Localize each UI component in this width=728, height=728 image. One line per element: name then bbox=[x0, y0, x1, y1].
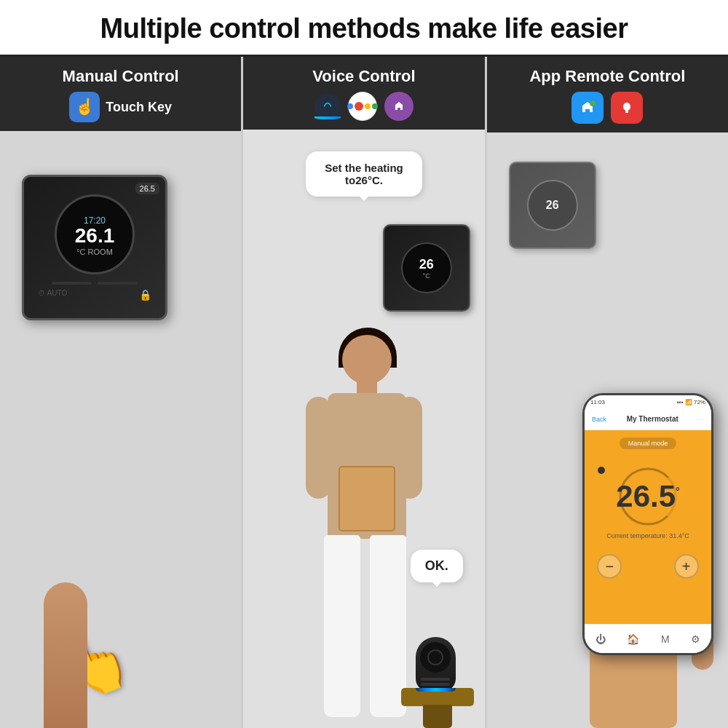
speaker-dome bbox=[427, 649, 443, 665]
phone-temp-display: 26.5 ° Current temperature: 31.4°C bbox=[606, 464, 689, 539]
touch-strips bbox=[52, 282, 138, 285]
thermostat-unit: °C ROOM bbox=[76, 248, 113, 256]
thermostat-bg-device: 26 bbox=[509, 162, 596, 249]
app-control-column: App Remote Control bbox=[487, 57, 728, 728]
finger-arm bbox=[44, 582, 87, 728]
speech-bubble-heating: Set the heating to26°C. bbox=[306, 151, 422, 197]
app-icons-row bbox=[571, 92, 643, 124]
app-body: 26 bbox=[487, 132, 728, 728]
app-header: App Remote Control bbox=[487, 57, 728, 132]
speaker-ring-2 bbox=[421, 683, 450, 686]
touch-icon-box: ☝ bbox=[69, 92, 100, 122]
plus-label: + bbox=[682, 558, 691, 575]
voice-body: Set the heating to26°C. 26 °C bbox=[243, 130, 484, 728]
google-assistant-icon bbox=[348, 92, 377, 121]
bottom-icons-row: ⏱ AUTO 🔒 bbox=[38, 289, 151, 301]
phone-back-btn[interactable]: Back bbox=[592, 416, 606, 423]
voice-thermostat-temp: 26 bbox=[419, 257, 434, 272]
smartlife-app-icon bbox=[571, 92, 604, 124]
phone-nav-spacer: ··· bbox=[698, 416, 704, 423]
homekit-icon bbox=[384, 92, 414, 121]
bg-thermostat-temp: 26 bbox=[546, 199, 559, 212]
speech-text: Set the heating to26°C. bbox=[325, 162, 403, 186]
header: Multiple control methods make life easie… bbox=[0, 0, 728, 57]
svg-point-0 bbox=[322, 100, 333, 112]
strip-1 bbox=[52, 282, 92, 285]
phone-status-bar: 11:03 ▪▪▪ 📶 72% bbox=[585, 395, 711, 408]
manual-body: 26.5 17:20 26.1 °C ROOM ⏱ AUTO 🔒 bbox=[0, 131, 241, 728]
smartlife-svg bbox=[578, 98, 597, 117]
homekit-svg bbox=[391, 98, 407, 114]
phone-plus-btn[interactable]: + bbox=[674, 554, 699, 579]
gdot-yellow bbox=[365, 103, 371, 109]
bg-thermostat-screen: 26 bbox=[527, 180, 578, 231]
alexa-ring-glow bbox=[416, 688, 456, 692]
ok-text: OK. bbox=[425, 558, 448, 573]
columns-container: Manual Control ☝ Touch Key 26.5 17:20 26… bbox=[0, 57, 728, 728]
phone-temp-controls: − + bbox=[597, 554, 698, 579]
auto-label: ⏱ AUTO bbox=[38, 289, 67, 301]
phone-mockup[interactable]: 11:03 ▪▪▪ 📶 72% Back My Thermostat ··· bbox=[582, 393, 713, 655]
manual-control-column: Manual Control ☝ Touch Key 26.5 17:20 26… bbox=[0, 57, 243, 728]
thermostat-mini-temp: 26.5 bbox=[135, 183, 159, 194]
page-title: Multiple control methods make life easie… bbox=[100, 13, 628, 44]
person-box bbox=[339, 466, 395, 531]
touch-icon: ☝ bbox=[75, 98, 95, 116]
phone-content: Manual mode bbox=[585, 430, 711, 624]
phone-nav-bar: Back My Thermostat ··· bbox=[585, 408, 711, 430]
manual-title: Manual Control bbox=[63, 67, 179, 86]
google-dots bbox=[347, 102, 378, 111]
person-torso bbox=[328, 393, 406, 539]
thermostat-device: 26.5 17:20 26.1 °C ROOM ⏱ AUTO 🔒 bbox=[22, 175, 167, 320]
phone-current-temp: Current temperature: 31.4°C bbox=[606, 532, 689, 539]
phone-nav-mode[interactable]: M bbox=[661, 633, 670, 645]
phone-nav-power[interactable]: ⏻ bbox=[596, 633, 606, 645]
person-head bbox=[342, 335, 392, 384]
phone-time: 11:03 bbox=[590, 399, 605, 405]
minus-label: − bbox=[606, 558, 614, 575]
person-figure bbox=[298, 277, 430, 728]
gdot-green bbox=[372, 103, 378, 109]
phone-nav-home[interactable]: 🏠 bbox=[627, 633, 639, 645]
speech-bubble-ok: OK. bbox=[411, 550, 463, 582]
phone-bottom-nav: ⏻ 🏠 M ⚙ bbox=[585, 624, 711, 653]
thermostat-temp: 26.1 bbox=[75, 226, 115, 246]
gdot-red bbox=[355, 102, 363, 111]
voice-icons-row bbox=[314, 92, 414, 121]
speaker-top bbox=[420, 642, 451, 673]
phone-nav-settings[interactable]: ⚙ bbox=[691, 633, 700, 645]
app-title: App Remote Control bbox=[529, 67, 685, 86]
left-leg bbox=[324, 535, 360, 717]
speaker-ring-1 bbox=[421, 678, 450, 681]
phone-minus-btn[interactable]: − bbox=[597, 554, 622, 579]
phone-temp-unit: ° bbox=[676, 486, 680, 497]
phone-screen: 11:03 ▪▪▪ 📶 72% Back My Thermostat ··· bbox=[585, 395, 711, 653]
temp-circle: 26.5 ° bbox=[615, 464, 681, 529]
touch-key-row: ☝ Touch Key bbox=[69, 92, 172, 122]
strip-2 bbox=[98, 282, 138, 285]
tuya-svg bbox=[617, 98, 636, 117]
phone-signals: ▪▪▪ 📶 72% bbox=[677, 399, 705, 405]
gdot-blue bbox=[347, 103, 353, 109]
voice-title: Voice Control bbox=[312, 67, 415, 86]
svg-point-3 bbox=[590, 100, 596, 106]
phone-screen-title: My Thermostat bbox=[627, 415, 678, 423]
temp-number-group: 26.5 ° bbox=[616, 481, 679, 512]
temp-dot-indicator bbox=[598, 467, 605, 474]
table-leg bbox=[423, 705, 452, 728]
voice-header: Voice Control bbox=[243, 57, 484, 130]
smart-speaker bbox=[416, 637, 456, 692]
hand-phone-container: 11:03 ▪▪▪ 📶 72% Back My Thermostat ··· bbox=[510, 328, 728, 728]
alexa-icon bbox=[314, 93, 341, 119]
touch-key-label: Touch Key bbox=[106, 100, 172, 115]
manual-header: Manual Control ☝ Touch Key bbox=[0, 57, 241, 131]
thermostat-display: 17:20 26.1 °C ROOM bbox=[55, 194, 135, 274]
lock-icon: 🔒 bbox=[139, 289, 151, 301]
temp-value-wrapper: 26.5 ° bbox=[616, 481, 679, 512]
phone-mode-badge: Manual mode bbox=[620, 438, 677, 449]
alexa-svg bbox=[321, 100, 334, 113]
phone-temp-value: 26.5 bbox=[616, 481, 676, 512]
page-wrapper: Multiple control methods make life easie… bbox=[0, 0, 728, 728]
voice-control-column: Voice Control bbox=[243, 57, 486, 728]
tuya-app-icon bbox=[611, 92, 643, 124]
